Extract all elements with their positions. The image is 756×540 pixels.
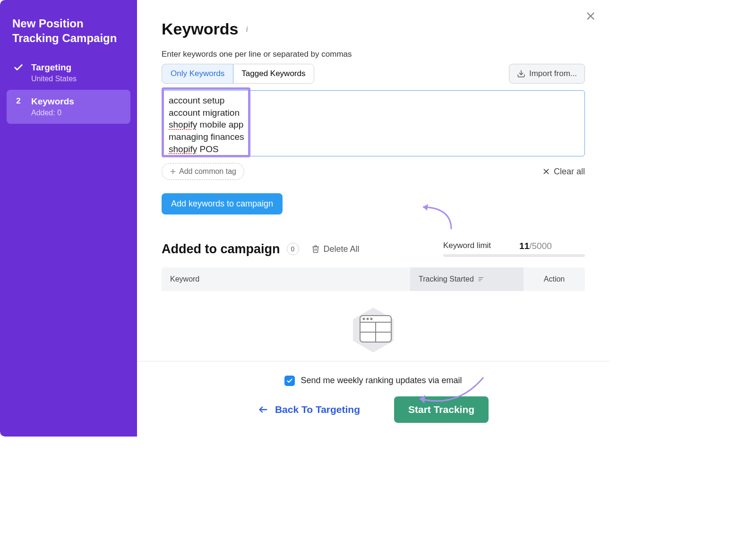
added-count-badge: 0 (287, 243, 299, 255)
step-number: 2 (13, 96, 24, 106)
svg-marker-7 (423, 204, 428, 211)
delete-all-label: Delete All (324, 244, 360, 254)
page-title: Keywords (162, 20, 239, 38)
col-action: Action (524, 267, 585, 291)
keyword-mode-tabs: Only Keywords Tagged Keywords (162, 64, 314, 84)
sort-desc-icon (478, 276, 484, 283)
sidebar-title: New Position Tracking Campaign (7, 11, 130, 56)
download-icon (517, 69, 525, 78)
empty-state-illustration (345, 305, 402, 352)
add-common-tag-button[interactable]: Add common tag (162, 163, 244, 180)
limit-progress (443, 254, 585, 257)
back-button[interactable]: Back To Targeting (258, 404, 360, 415)
step-label: Keywords (31, 96, 74, 107)
add-tag-label: Add common tag (179, 167, 236, 176)
step-label: Targeting (31, 62, 77, 73)
import-button[interactable]: Import from... (509, 64, 585, 84)
import-label: Import from... (529, 69, 577, 78)
step-keywords[interactable]: 2 Keywords Added: 0 (7, 90, 130, 124)
tab-tagged-keywords[interactable]: Tagged Keywords (233, 64, 314, 83)
close-icon (542, 168, 550, 175)
col-keyword[interactable]: Keyword (162, 267, 410, 291)
arrow-left-icon (258, 404, 268, 415)
added-heading: Added to campaign (162, 242, 280, 257)
keyword-limit: Keyword limit 11/5000 (443, 241, 585, 257)
wizard-sidebar: New Position Tracking Campaign Targeting… (0, 0, 137, 437)
start-tracking-button[interactable]: Start Tracking (394, 396, 489, 423)
limit-label: Keyword limit (443, 241, 491, 251)
step-sub: Added: 0 (31, 109, 74, 117)
trash-icon (311, 245, 320, 253)
keywords-textarea[interactable]: account setupaccount migrationshopify mo… (162, 90, 585, 156)
tab-only-keywords[interactable]: Only Keywords (162, 64, 233, 84)
col-tracking-started[interactable]: Tracking Started (410, 267, 524, 291)
clear-all-label: Clear all (554, 167, 585, 177)
wizard-footer: Send me weekly ranking updates via email… (137, 361, 610, 437)
check-icon (13, 62, 24, 73)
clear-all-button[interactable]: Clear all (542, 167, 585, 177)
limit-value: 11/5000 (519, 241, 552, 251)
step-targeting[interactable]: Targeting United States (7, 56, 130, 90)
checkbox-checked-icon (284, 376, 295, 386)
keywords-table-header: Keyword Tracking Started Action (162, 267, 585, 291)
svg-point-15 (367, 318, 369, 320)
back-label: Back To Targeting (275, 404, 360, 415)
annotation-arrow-icon (416, 203, 458, 231)
info-icon[interactable]: i (243, 26, 251, 33)
email-opt-label: Send me weekly ranking updates via email (301, 376, 462, 386)
add-keywords-button[interactable]: Add keywords to campaign (162, 193, 283, 214)
step-sub: United States (31, 75, 77, 83)
main-panel: Keywords i Enter keywords one per line o… (137, 0, 610, 361)
delete-all-button[interactable]: Delete All (311, 244, 360, 254)
weekly-email-checkbox[interactable]: Send me weekly ranking updates via email (284, 376, 462, 386)
svg-point-14 (363, 318, 365, 320)
plus-icon (170, 168, 176, 175)
svg-point-16 (370, 318, 373, 320)
keywords-hint: Enter keywords one per line or separated… (162, 50, 585, 59)
